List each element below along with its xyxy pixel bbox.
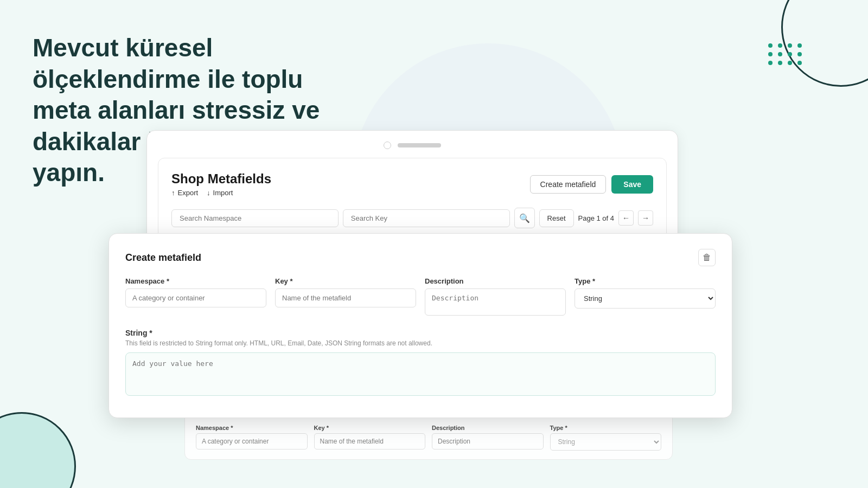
bg-type-label: Type * — [550, 425, 662, 431]
panel-header-left: Shop Metafields ↑ Export ↓ Import — [171, 171, 271, 197]
namespace-label: Namespace * — [125, 277, 266, 285]
panel-actions-right: Create metafield Save — [530, 175, 653, 194]
string-hint: This field is restricted to String forma… — [125, 339, 716, 347]
bg-description-input[interactable] — [432, 433, 544, 450]
form-row: Namespace * Key * Description Type * Str… — [125, 277, 716, 318]
bg-key-input[interactable] — [314, 433, 426, 450]
titlebar-pill — [398, 143, 441, 147]
search-icon: 🔍 — [519, 213, 530, 223]
bg-namespace-label: Namespace * — [196, 425, 308, 431]
bg-key-group: Key * — [314, 425, 426, 451]
panel-title: Shop Metafields — [171, 171, 271, 187]
pagination-prev[interactable]: ← — [618, 210, 634, 226]
description-label: Description — [425, 277, 566, 285]
create-metafield-modal: Create metafield 🗑 Namespace * Key * Des… — [108, 233, 732, 418]
string-value-input[interactable] — [125, 352, 716, 396]
string-section: String * This field is restricted to Str… — [125, 329, 716, 398]
export-link[interactable]: ↑ Export — [171, 189, 198, 197]
panel-header: Shop Metafields ↑ Export ↓ Import Create… — [171, 171, 653, 197]
search-button[interactable]: 🔍 — [514, 208, 535, 228]
modal-header: Create metafield 🗑 — [125, 249, 716, 266]
modal-title: Create metafield — [125, 252, 201, 264]
key-label: Key * — [275, 277, 416, 285]
panel-actions-left: ↑ Export ↓ Import — [171, 189, 271, 197]
description-group: Description — [425, 277, 566, 318]
type-group: Type * String Integer Boolean JSON URL H… — [575, 277, 716, 318]
bg-namespace-group: Namespace * — [196, 425, 308, 451]
namespace-input[interactable] — [125, 288, 266, 307]
key-input[interactable] — [275, 288, 416, 307]
create-metafield-button[interactable]: Create metafield — [530, 175, 607, 194]
search-key-input[interactable] — [343, 209, 510, 227]
window-titlebar — [158, 142, 667, 149]
export-icon: ↑ — [171, 189, 175, 197]
bg-circle-bottom-left — [0, 412, 76, 488]
shop-metafields-panel: Shop Metafields ↑ Export ↓ Import Create… — [158, 158, 667, 242]
import-icon: ↓ — [207, 189, 210, 197]
search-bar: 🔍 Reset Page 1 of 4 ← → — [171, 208, 653, 228]
titlebar-circle — [384, 142, 391, 149]
pagination: Page 1 of 4 ← → — [578, 210, 654, 226]
type-select[interactable]: String Integer Boolean JSON URL HTML — [575, 288, 716, 309]
key-group: Key * — [275, 277, 416, 318]
reset-button[interactable]: Reset — [539, 209, 574, 227]
save-button[interactable]: Save — [611, 175, 653, 194]
import-link[interactable]: ↓ Import — [207, 189, 233, 197]
bg-namespace-input[interactable] — [196, 433, 308, 450]
bg-description-group: Description — [432, 425, 544, 451]
bg-form-row: Namespace * Key * Description Type * Str… — [196, 425, 661, 451]
string-label: String * — [125, 329, 716, 337]
bg-key-label: Key * — [314, 425, 426, 431]
pagination-next[interactable]: → — [638, 210, 653, 226]
search-namespace-input[interactable] — [171, 209, 339, 227]
namespace-group: Namespace * — [125, 277, 266, 318]
type-label: Type * — [575, 277, 716, 285]
modal-trash-button[interactable]: 🗑 — [698, 249, 716, 266]
dots-grid — [768, 43, 803, 65]
bg-description-label: Description — [432, 425, 544, 431]
bg-type-select[interactable]: String — [550, 433, 662, 451]
bg-type-group: Type * String — [550, 425, 662, 451]
description-input[interactable] — [425, 288, 566, 316]
